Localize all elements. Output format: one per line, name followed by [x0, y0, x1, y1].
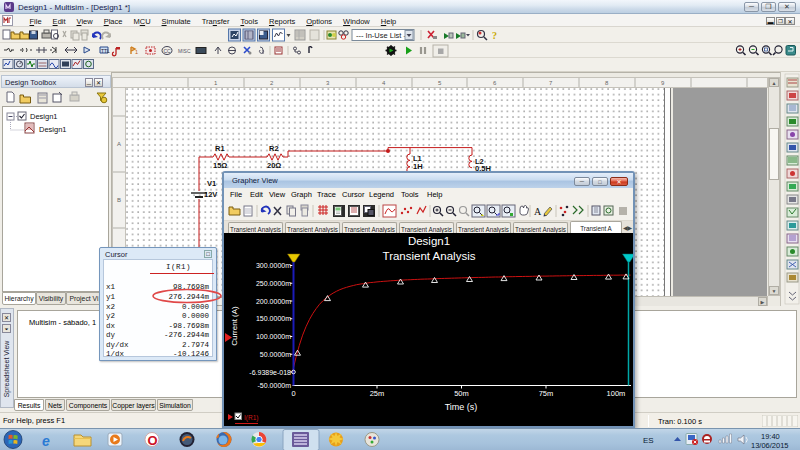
svg-text:e: e: [42, 433, 50, 449]
svg-text:1H: 1H: [413, 162, 423, 171]
svg-text:TTL: TTL: [101, 48, 110, 54]
svg-text:--- In-Use List ---: --- In-Use List ---: [356, 31, 412, 40]
svg-text:Design1: Design1: [39, 125, 67, 134]
svg-text:19:40: 19:40: [761, 432, 780, 441]
svg-text:12V: 12V: [204, 190, 217, 199]
svg-text:25m: 25m: [370, 389, 385, 398]
svg-text:50.0000m: 50.0000m: [260, 351, 291, 358]
svg-text:50m: 50m: [454, 389, 469, 398]
svg-text:Design1: Design1: [30, 112, 58, 121]
svg-text:-6.9389e-018: -6.9389e-018: [249, 369, 291, 376]
svg-text:MISC: MISC: [178, 48, 191, 54]
svg-text:75m: 75m: [539, 389, 554, 398]
svg-text:Design1: Design1: [408, 235, 450, 247]
svg-text:0: 0: [291, 389, 295, 398]
svg-text:R1: R1: [215, 144, 225, 153]
svg-text:20Ω: 20Ω: [267, 161, 281, 170]
svg-text:300.0000m: 300.0000m: [256, 262, 291, 269]
svg-text:Time (s): Time (s): [445, 402, 478, 412]
svg-text:A: A: [534, 206, 542, 217]
svg-text:CC: CC: [164, 48, 172, 54]
svg-text:15Ω: 15Ω: [213, 161, 227, 170]
svg-text:100m: 100m: [607, 389, 626, 398]
svg-text:100.0000m: 100.0000m: [256, 333, 291, 340]
svg-text:-50.0000m: -50.0000m: [258, 382, 292, 389]
svg-text:200.0000m: 200.0000m: [256, 298, 291, 305]
svg-text:150.0000m: 150.0000m: [256, 315, 291, 322]
svg-text:250.0000m: 250.0000m: [256, 280, 291, 287]
svg-text:Transient Analysis: Transient Analysis: [383, 250, 476, 262]
svg-text:Current (A): Current (A): [230, 306, 239, 346]
svg-text:ES: ES: [643, 436, 654, 445]
svg-text:13/06/2015: 13/06/2015: [751, 441, 789, 450]
svg-text:V1: V1: [207, 179, 216, 188]
svg-text:1: 1: [135, 49, 138, 55]
svg-text:O: O: [148, 433, 158, 448]
svg-text:?: ?: [492, 30, 497, 41]
svg-text:R2: R2: [269, 144, 279, 153]
svg-text:I(R1): I(R1): [244, 414, 258, 422]
